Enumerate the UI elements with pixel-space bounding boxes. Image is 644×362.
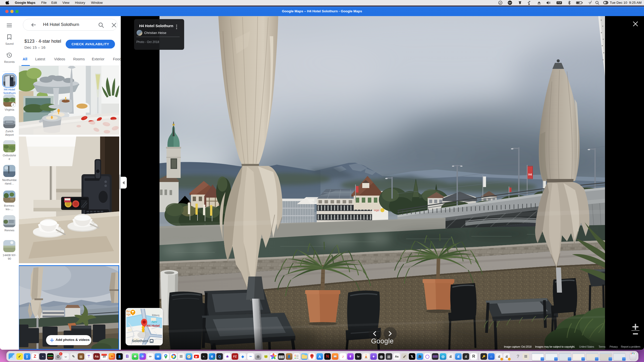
svg-text:H4 Hotel: H4 Hotel	[146, 324, 160, 328]
svg-text:Aare: Aare	[151, 320, 157, 324]
svg-text:Solothurn: Solothurn	[132, 339, 148, 343]
svg-text:Ritterq: Ritterq	[152, 314, 159, 317]
svg-text:H4: H4	[528, 173, 532, 176]
